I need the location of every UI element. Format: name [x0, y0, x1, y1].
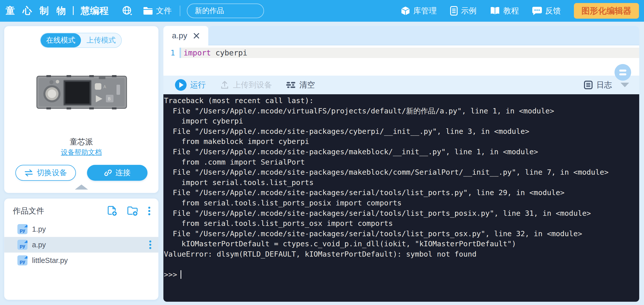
- code-keyword: import: [184, 48, 211, 57]
- connect-button[interactable]: 连接: [87, 165, 148, 181]
- play-icon: [175, 79, 187, 91]
- switch-device-label: 切换设备: [37, 168, 67, 178]
- console-line: import serial.tools.list_ports: [164, 177, 639, 188]
- tab-a-py[interactable]: a.py: [163, 26, 208, 45]
- upload-to-device-button[interactable]: 上传到设备: [220, 80, 272, 90]
- app-logo: 童 心 制 物 丨 慧编程: [6, 5, 109, 17]
- python-file-icon: py: [17, 255, 27, 265]
- logo-brand: 童 心 制 物: [6, 5, 68, 17]
- project-name-input[interactable]: 新的作品: [187, 4, 264, 18]
- upload-icon: [220, 80, 229, 90]
- folder-icon: [143, 7, 153, 15]
- book-icon: [490, 6, 500, 15]
- new-folder-button[interactable]: [127, 205, 139, 217]
- globe-icon: [122, 5, 133, 16]
- editor-caret-column: [180, 48, 181, 58]
- device-name: 童芯派: [4, 137, 158, 147]
- log-icon: [584, 80, 593, 89]
- nav-feedback-label: 反馈: [545, 6, 561, 16]
- language-button[interactable]: [122, 5, 133, 16]
- logo-separator: 丨: [69, 5, 78, 17]
- file-row-kebab-icon[interactable]: [149, 239, 152, 250]
- link-icon: [104, 169, 112, 177]
- nav-examples-label: 示例: [461, 6, 477, 16]
- console-line: import cyberpi: [164, 116, 639, 126]
- connect-label: 连接: [115, 168, 131, 178]
- list-doc-icon: [450, 6, 458, 16]
- menu-bar-icon: [619, 70, 626, 72]
- clear-label: 清空: [299, 80, 315, 90]
- collapse-console-icon[interactable]: [621, 83, 629, 87]
- console-output[interactable]: Traceback (most recent call last): File …: [163, 94, 639, 302]
- graphical-editor-button[interactable]: 图形化编辑器: [574, 3, 639, 19]
- code-editor[interactable]: 1 import cyberpi: [163, 45, 639, 76]
- nav-feedback[interactable]: 反馈: [532, 6, 561, 16]
- log-label: 日志: [596, 80, 612, 90]
- file-name: 1.py: [32, 225, 152, 233]
- logo-product: 慧编程: [81, 5, 109, 17]
- device-image: A B: [36, 75, 127, 110]
- console-line: File "/Users/Apple/.mcode/virtualFS/proj…: [164, 106, 639, 116]
- clear-console-button[interactable]: 清空: [286, 80, 315, 90]
- console-prompt: >>>: [164, 269, 177, 280]
- code-text: cyberpi: [211, 48, 247, 57]
- new-file-button[interactable]: [107, 205, 118, 217]
- console-line: File "/Users/Apple/.mcode/site-packages/…: [164, 229, 639, 239]
- python-file-icon: py: [17, 240, 27, 250]
- cube-icon: [401, 6, 410, 16]
- nav-tutorials-label: 教程: [503, 6, 519, 16]
- tab-name: a.py: [172, 31, 187, 40]
- run-button[interactable]: 运行: [175, 79, 206, 91]
- line-number: 1: [163, 48, 180, 57]
- menu-bar-icon: [619, 73, 626, 75]
- nav-library[interactable]: 库管理: [401, 6, 437, 16]
- active-code-line[interactable]: import cyberpi: [180, 48, 639, 58]
- topbar-divider: [180, 6, 180, 16]
- topbar: 童 心 制 物 丨 慧编程 文件 新的作品: [0, 0, 644, 22]
- console-line: File "/Users/Apple/.mcode/site-packages/…: [164, 188, 639, 198]
- swap-arrows-icon: [24, 169, 33, 176]
- console-line: from makeblock import cyberpi: [164, 136, 639, 147]
- files-list: py 1.py py a.py: [4, 221, 158, 268]
- svg-text:A: A: [103, 85, 106, 89]
- nav-tutorials[interactable]: 教程: [490, 6, 519, 16]
- console-line: [164, 259, 639, 270]
- chat-bubble-icon: [532, 6, 542, 15]
- switch-device-button[interactable]: 切换设备: [15, 165, 76, 181]
- python-file-icon: py: [17, 224, 27, 234]
- device-panel: 在线模式 上传模式 A B: [4, 26, 159, 193]
- editor-toolbar: 运行 上传到设备: [163, 76, 639, 94]
- console-line: File "/Users/Apple/.mcode/site-packages/…: [164, 208, 639, 219]
- mode-toggle: 在线模式 上传模式: [40, 33, 122, 48]
- file-menu-label: 文件: [156, 6, 172, 16]
- console-line: File "/Users/Apple/.mcode/site-packages/…: [164, 147, 639, 157]
- file-row[interactable]: py 1.py: [4, 221, 158, 237]
- run-label: 运行: [190, 80, 206, 90]
- console-prompt-row[interactable]: >>>: [164, 269, 639, 280]
- editor-shortcut-float-button[interactable]: [614, 64, 631, 81]
- file-name: a.py: [32, 241, 149, 249]
- file-name: littleStar.py: [32, 256, 152, 265]
- project-name-value: 新的作品: [195, 6, 224, 16]
- console-line: Traceback (most recent call last):: [164, 96, 639, 106]
- files-menu-kebab-icon[interactable]: [148, 205, 151, 217]
- file-menu[interactable]: 文件: [143, 6, 172, 16]
- file-row[interactable]: py a.py: [4, 237, 158, 253]
- nav-examples[interactable]: 示例: [450, 6, 477, 16]
- log-toggle[interactable]: 日志: [584, 80, 612, 90]
- editor-tabstrip: a.py: [163, 26, 639, 45]
- tab-upload-mode[interactable]: 上传模式: [81, 33, 121, 47]
- tab-online-mode[interactable]: 在线模式: [41, 33, 81, 47]
- console-line: from .comm import SerialPort: [164, 157, 639, 167]
- console-line: ValueError: dlsym(RTLD_DEFAULT, kIOMaste…: [164, 249, 639, 259]
- text-cursor: [181, 270, 181, 279]
- console-line: from serial.tools.list_ports_posix impor…: [164, 198, 639, 208]
- console-line: File "/Users/Apple/.mcode/site-packages/…: [164, 167, 639, 177]
- tab-close-icon[interactable]: [193, 33, 200, 39]
- collapse-panel-arrow-icon[interactable]: [75, 185, 88, 190]
- nav-library-label: 库管理: [413, 6, 437, 16]
- device-help-link[interactable]: 设备帮助文档: [4, 148, 158, 157]
- file-row[interactable]: py littleStar.py: [4, 253, 158, 268]
- svg-text:B: B: [108, 97, 111, 101]
- console-line: from serial.tools.list_ports_osx import …: [164, 218, 639, 229]
